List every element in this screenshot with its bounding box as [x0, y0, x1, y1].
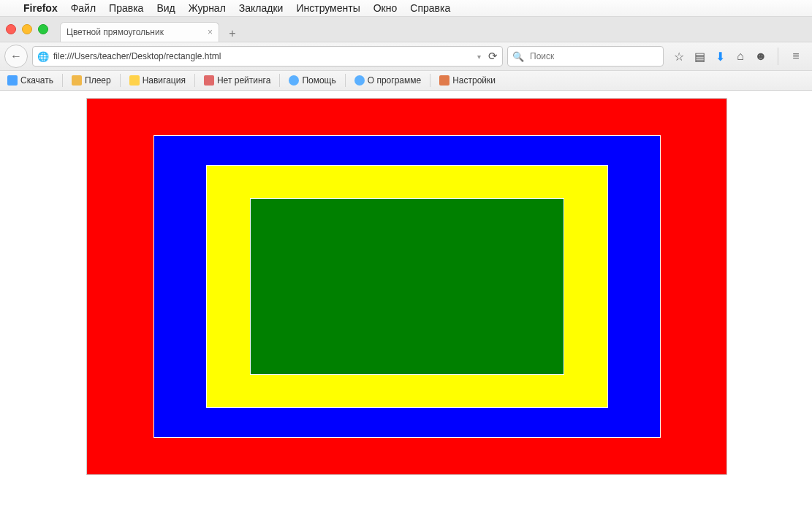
window-controls: [6, 24, 48, 34]
rectangle-green: [250, 198, 564, 375]
addon-separator: [62, 74, 63, 87]
search-input[interactable]: [528, 50, 659, 62]
url-text: file:///Users/teacher/Desktop/rectangle.…: [53, 51, 470, 61]
menu-button[interactable]: ≡: [789, 45, 803, 67]
navigation-addon-icon: [129, 75, 140, 86]
addon-help[interactable]: Помощь: [284, 74, 340, 87]
rectangle-red: [86, 98, 727, 475]
reader-icon[interactable]: ▤: [693, 50, 706, 64]
menu-help[interactable]: Справка: [410, 2, 450, 14]
search-bar[interactable]: 🔍: [507, 46, 664, 67]
toolbar-icons: ☆ ▤ ⬇ ⌂ ☻ ≡: [668, 45, 808, 67]
addon-label: О программе: [368, 75, 421, 86]
addon-label: Скачать: [20, 75, 53, 86]
addon-separator: [194, 74, 195, 87]
addon-label: Навигация: [143, 75, 186, 86]
addon-separator: [430, 74, 430, 87]
player-addon-icon: [72, 75, 82, 86]
tab-title: Цветной прямоугольник: [67, 27, 164, 37]
addon-download[interactable]: Скачать: [3, 74, 58, 87]
browser-tab[interactable]: Цветной прямоугольник ×: [60, 22, 219, 42]
addon-label: Плеер: [85, 75, 111, 86]
home-icon[interactable]: ⌂: [734, 50, 747, 63]
addon-bar: Скачать Плеер Навигация Нет рейтинга Пом…: [0, 70, 812, 90]
downloads-icon[interactable]: ⬇: [713, 50, 726, 64]
url-dropdown-icon[interactable]: ▾: [474, 53, 484, 61]
menu-tools[interactable]: Инструменты: [296, 2, 360, 14]
account-icon[interactable]: ☻: [754, 50, 767, 63]
download-addon-icon: [7, 75, 18, 86]
addon-separator: [279, 74, 280, 87]
rectangle-yellow: [206, 165, 608, 408]
macos-menubar: Firefox Файл Правка Вид Журнал Закладки …: [0, 0, 812, 17]
addon-separator: [120, 74, 121, 87]
addon-settings[interactable]: Настройки: [435, 74, 500, 87]
search-icon: 🔍: [512, 51, 524, 62]
window-minimize-button[interactable]: [22, 24, 32, 34]
page-viewport: [0, 91, 812, 516]
addon-player[interactable]: Плеер: [67, 74, 115, 87]
menu-bookmarks[interactable]: Закладки: [239, 2, 284, 14]
addon-navigation[interactable]: Навигация: [125, 74, 190, 87]
browser-chrome: Цветной прямоугольник × + ← 🌐 file:///Us…: [0, 17, 812, 91]
settings-addon-icon: [439, 75, 449, 86]
addon-label: Помощь: [302, 75, 335, 86]
addon-label: Нет рейтинга: [217, 75, 270, 86]
bookmark-star-icon[interactable]: ☆: [672, 50, 686, 64]
menu-window[interactable]: Окно: [373, 2, 398, 14]
addon-label: Настройки: [452, 75, 496, 86]
back-button[interactable]: ←: [4, 45, 28, 68]
toolbar-separator: [778, 48, 778, 65]
menu-file[interactable]: Файл: [71, 2, 96, 14]
arrow-left-icon: ←: [10, 50, 22, 63]
navbar: ← 🌐 file:///Users/teacher/Desktop/rectan…: [0, 42, 812, 70]
menu-history[interactable]: Журнал: [189, 2, 226, 14]
addon-about[interactable]: О программе: [350, 74, 425, 87]
app-name[interactable]: Firefox: [23, 2, 58, 14]
help-addon-icon: [289, 75, 299, 86]
about-addon-icon: [354, 75, 365, 86]
window-zoom-button[interactable]: [38, 24, 48, 34]
rating-addon-icon: [204, 75, 214, 86]
addon-separator: [345, 74, 346, 87]
url-bar[interactable]: 🌐 file:///Users/teacher/Desktop/rectangl…: [32, 46, 503, 67]
tab-close-button[interactable]: ×: [208, 27, 213, 37]
window-close-button[interactable]: [6, 24, 16, 34]
reload-button[interactable]: ⟳: [488, 50, 498, 63]
globe-icon: 🌐: [37, 51, 49, 62]
tabstrip: Цветной прямоугольник × +: [0, 17, 812, 42]
rectangle-blue: [153, 135, 661, 438]
menu-view[interactable]: Вид: [156, 2, 175, 14]
menu-edit[interactable]: Правка: [109, 2, 143, 14]
addon-rating[interactable]: Нет рейтинга: [200, 74, 275, 87]
new-tab-button[interactable]: +: [224, 26, 241, 42]
